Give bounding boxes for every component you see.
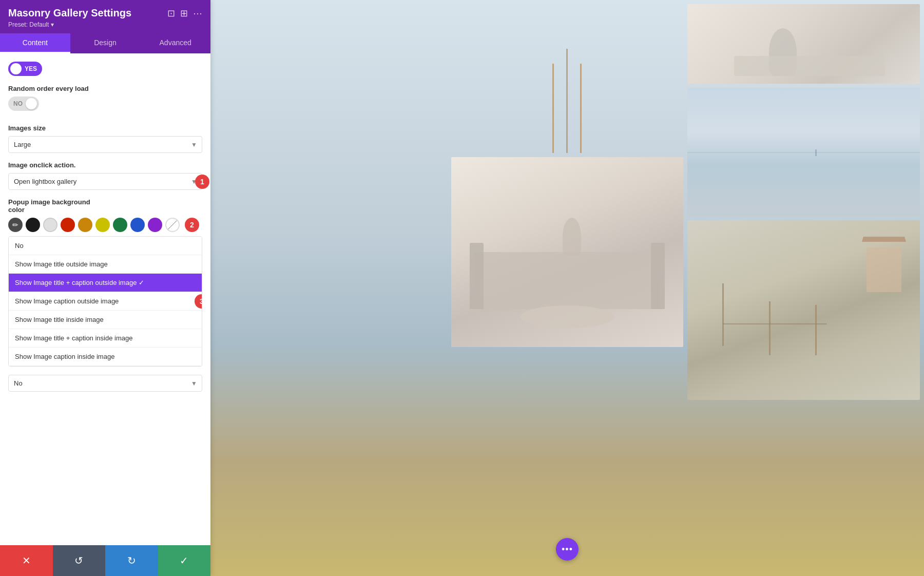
images-size-select-wrapper: Large Thumbnail Medium Full ▼ [8,136,202,153]
dropdown-list: No Show Image title outside image Show I… [8,236,202,367]
dropdown-item-no[interactable]: No [9,237,202,255]
image-onclick-select-wrapper: Open lightbox gallery None Open URL ▼ 1 [8,173,202,190]
yes-label: YES [25,65,37,72]
dropdown-item-caption-outside[interactable]: Show Image caption outside image [9,292,202,311]
settings-panel: Masonry Gallery Settings ⊡ ⊞ ⋯ Preset: D… [0,0,210,576]
masonry-grid [210,0,924,576]
no-label: NO [13,100,23,107]
panel-title: Masonry Gallery Settings [8,7,131,19]
tab-design[interactable]: Design [70,33,141,53]
undo-button[interactable]: ↺ [53,545,106,576]
gallery-image-6[interactable] [687,220,920,400]
popup-bg-label: Popup image background color [8,198,202,214]
badge-2: 2 [185,218,199,232]
toggle-knob [10,63,22,74]
badge-1: 1 [195,175,209,189]
preset-label[interactable]: Preset: Default ▾ [8,21,202,28]
cancel-button[interactable]: ✕ [0,545,53,576]
images-size-label: Images size [8,124,202,132]
images-size-select[interactable]: Large Thumbnail Medium Full [8,136,202,153]
eyedropper-swatch[interactable]: ✏ [8,218,23,232]
red-swatch[interactable] [61,218,75,232]
gallery-area: ••• [210,0,924,576]
dropdown-item-caption-inside[interactable]: Show Image caption inside image [9,348,202,366]
dropdown-item-title-caption-inside[interactable]: Show Image title + caption inside image [9,329,202,348]
header-icons: ⊡ ⊞ ⋯ [167,8,202,19]
tab-advanced[interactable]: Advanced [140,33,210,53]
image-onclick-select[interactable]: Open lightbox gallery None Open URL [8,173,202,190]
floating-menu-button[interactable]: ••• [556,538,579,561]
dropdown-item-title-outside[interactable]: Show Image title outside image [9,255,202,274]
yes-toggle[interactable]: YES [8,62,42,76]
white-swatch[interactable] [43,218,57,232]
panel-header: Masonry Gallery Settings ⊡ ⊞ ⋯ Preset: D… [0,0,210,33]
bottom-select[interactable]: No Yes [8,375,202,392]
gallery-image-2[interactable] [451,4,684,153]
bottom-select-wrapper: No Yes ▼ [8,375,202,392]
random-order-label: Random order every load [8,85,202,92]
yes-toggle-row: YES [8,62,202,76]
tabs: Content Design Advanced [0,33,210,53]
green-swatch[interactable] [113,218,127,232]
masonry-col-2 [451,4,684,572]
no-toggle[interactable]: NO [8,97,39,111]
toggle-knob-no [26,98,37,109]
black-swatch[interactable] [26,218,40,232]
image-onclick-label: Image onclick action. [8,161,202,169]
gallery-image-3[interactable] [451,157,684,347]
color-swatches: ✏ 2 [8,218,202,232]
gallery-image-5[interactable] [687,88,920,216]
purple-swatch[interactable] [148,218,162,232]
clear-swatch[interactable] [165,218,180,232]
tab-content[interactable]: Content [0,33,70,53]
gallery-image-4[interactable] [687,4,920,84]
columns-icon[interactable]: ⊞ [180,8,188,19]
dropdown-item-title-inside[interactable]: Show Image title inside image [9,311,202,329]
more-icon[interactable]: ⋯ [193,8,202,19]
dropdown-item-title-caption-outside[interactable]: Show Image title + caption outside image [9,274,202,292]
yellow-swatch[interactable] [95,218,110,232]
expand-icon[interactable]: ⊡ [167,8,175,19]
save-button[interactable]: ✓ [158,545,211,576]
blue-swatch[interactable] [130,218,145,232]
panel-body: YES Random order every load NO Images si… [0,53,210,545]
panel-footer: ✕ ↺ ↻ ✓ [0,545,210,576]
redo-button[interactable]: ↻ [105,545,158,576]
orange-swatch[interactable] [78,218,92,232]
